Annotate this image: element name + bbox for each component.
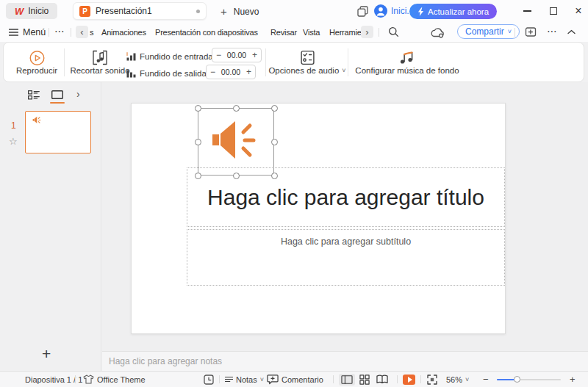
maximize-button[interactable] bbox=[541, 0, 566, 22]
chevron-right-icon: › bbox=[365, 26, 368, 37]
resize-handle-s[interactable] bbox=[233, 173, 240, 179]
slide-view-button[interactable] bbox=[51, 90, 63, 99]
divider bbox=[514, 28, 515, 37]
notes-input[interactable]: Haga clic para agregar notas bbox=[102, 351, 588, 371]
slide-thumbnail[interactable] bbox=[25, 111, 91, 153]
background-music-button[interactable]: Configurar música de fondo bbox=[352, 46, 462, 79]
plus-icon: + bbox=[220, 5, 227, 18]
increment-button[interactable]: + bbox=[243, 67, 255, 77]
play-label: Reproducir bbox=[16, 66, 57, 75]
theme-shirt-icon bbox=[83, 375, 94, 384]
theme-button[interactable]: Office Theme bbox=[83, 372, 146, 387]
close-button[interactable]: × bbox=[566, 0, 588, 22]
increment-button[interactable]: + bbox=[248, 50, 261, 60]
menu-button[interactable]: Menú bbox=[9, 25, 46, 39]
decrement-button[interactable]: − bbox=[207, 67, 219, 77]
slideshow-play-button[interactable] bbox=[403, 375, 415, 385]
view-reading-button[interactable] bbox=[376, 372, 388, 387]
tabs-list-icon[interactable] bbox=[357, 6, 368, 17]
view-sorter-button[interactable] bbox=[359, 372, 370, 387]
scroll-tabs-left-button[interactable]: ‹ bbox=[76, 26, 88, 38]
unsaved-dot-icon bbox=[196, 10, 200, 13]
cloud-sync-button[interactable] bbox=[430, 27, 445, 38]
star-icon[interactable]: ☆ bbox=[9, 136, 18, 147]
search-button[interactable] bbox=[388, 26, 399, 37]
subtitle-placeholder[interactable]: Haga clic para agregar subtítulo bbox=[187, 229, 505, 286]
resize-handle-se[interactable] bbox=[271, 173, 278, 179]
resize-handle-ne[interactable] bbox=[271, 105, 278, 112]
close-icon: × bbox=[575, 4, 581, 18]
ellipsis-icon: ⋯ bbox=[54, 25, 65, 37]
tab-animaciones[interactable]: Animaciones bbox=[101, 22, 146, 42]
fade-in-icon bbox=[126, 51, 137, 61]
title-placeholder-text: Haga clic para agregar título bbox=[207, 185, 484, 210]
user-avatar[interactable] bbox=[374, 4, 387, 18]
resize-handle-e[interactable] bbox=[271, 139, 278, 145]
trim-label: Recortar sonido bbox=[70, 66, 129, 75]
play-audio-button[interactable]: Reproducir bbox=[12, 46, 61, 79]
add-slide-button[interactable]: + bbox=[42, 345, 51, 363]
comment-button[interactable]: Comentario bbox=[267, 372, 323, 387]
divider bbox=[219, 375, 220, 383]
new-tab-label: Nuevo bbox=[234, 7, 259, 17]
home-tab[interactable]: W Inicio bbox=[6, 3, 57, 19]
update-now-label: Actualizar ahora bbox=[428, 7, 489, 16]
minimize-button[interactable] bbox=[514, 0, 539, 22]
document-tab[interactable]: P Presentación1 bbox=[73, 2, 207, 20]
selected-view-underline bbox=[50, 102, 65, 104]
trim-audio-button[interactable]: Recortar sonido bbox=[68, 46, 132, 79]
resize-handle-n[interactable] bbox=[233, 105, 240, 112]
clock-panel-icon bbox=[204, 375, 214, 385]
fade-out-label: Fundido de salida: bbox=[140, 69, 209, 78]
divider bbox=[75, 375, 76, 383]
music-notes-icon bbox=[399, 50, 415, 65]
rehearse-timer-button[interactable] bbox=[204, 372, 214, 387]
zoom-out-button[interactable]: − bbox=[483, 372, 489, 387]
tab-vista[interactable]: Vista bbox=[303, 22, 320, 42]
pin-toolbar-icon bbox=[525, 26, 537, 37]
divider bbox=[397, 375, 398, 383]
zoom-slider-thumb[interactable] bbox=[514, 376, 520, 383]
notes-toggle-button[interactable]: Notas ˅ bbox=[225, 372, 264, 387]
tab-clipped[interactable]: s bbox=[90, 22, 93, 42]
audio-object-selection[interactable] bbox=[198, 108, 274, 176]
fullscreen-button[interactable] bbox=[427, 372, 437, 387]
presentation-file-icon: P bbox=[79, 6, 90, 17]
zoom-level-dropdown[interactable]: 56% ˅ bbox=[446, 372, 469, 387]
zoom-in-button[interactable]: + bbox=[570, 372, 576, 387]
divider bbox=[71, 28, 71, 37]
audio-options-button[interactable]: Opciones de audio ˅ bbox=[270, 46, 345, 79]
view-normal-button[interactable] bbox=[339, 374, 355, 386]
book-icon bbox=[376, 375, 388, 384]
fade-in-value[interactable]: 00.00 bbox=[225, 51, 248, 59]
fade-in-spinner: − 00.00 + bbox=[212, 48, 262, 62]
more-tools-button[interactable]: ⋯ bbox=[547, 25, 557, 37]
chevron-up-icon bbox=[567, 29, 576, 35]
background-music-label: Configurar música de fondo bbox=[355, 66, 459, 75]
resize-handle-w[interactable] bbox=[195, 139, 201, 145]
collapse-panel-button[interactable]: › bbox=[76, 88, 80, 100]
fade-out-spinner: − 00.00 + bbox=[206, 65, 256, 79]
app-window: W Inicio P Presentación1 + Nuevo Inici..… bbox=[0, 0, 588, 387]
comment-bubble-icon bbox=[267, 374, 279, 385]
share-button[interactable]: Compartir ˅ bbox=[457, 24, 520, 39]
tab-revisar[interactable]: Revisar bbox=[270, 22, 297, 42]
resize-handle-sw[interactable] bbox=[195, 173, 201, 179]
theme-name: Office Theme bbox=[97, 375, 146, 384]
decrement-button[interactable]: − bbox=[212, 50, 225, 60]
scroll-tabs-right-button[interactable]: › bbox=[361, 26, 373, 38]
new-tab-button[interactable]: + Nuevo bbox=[220, 5, 259, 18]
outline-view-button[interactable] bbox=[28, 90, 40, 100]
zoom-slider[interactable] bbox=[497, 379, 561, 380]
resize-handle-nw[interactable] bbox=[195, 105, 201, 112]
fade-in-label: Fundido de entrada: bbox=[140, 52, 215, 61]
tab-herramientas[interactable]: Herramien bbox=[329, 22, 362, 42]
fade-out-value[interactable]: 00.00 bbox=[219, 68, 243, 76]
update-now-button[interactable]: Actualizar ahora bbox=[409, 4, 497, 19]
tab-presentacion[interactable]: Presentación con diapositivas bbox=[155, 22, 258, 42]
slide-page: Haga clic para agregar título Haga clic … bbox=[131, 103, 506, 334]
subtitle-placeholder-text: Haga clic para agregar subtítulo bbox=[281, 236, 411, 247]
more-menus-button[interactable]: ⋯ bbox=[54, 25, 65, 37]
collapse-ribbon-button[interactable] bbox=[567, 29, 576, 35]
add-to-toolbar-button[interactable] bbox=[525, 26, 537, 37]
